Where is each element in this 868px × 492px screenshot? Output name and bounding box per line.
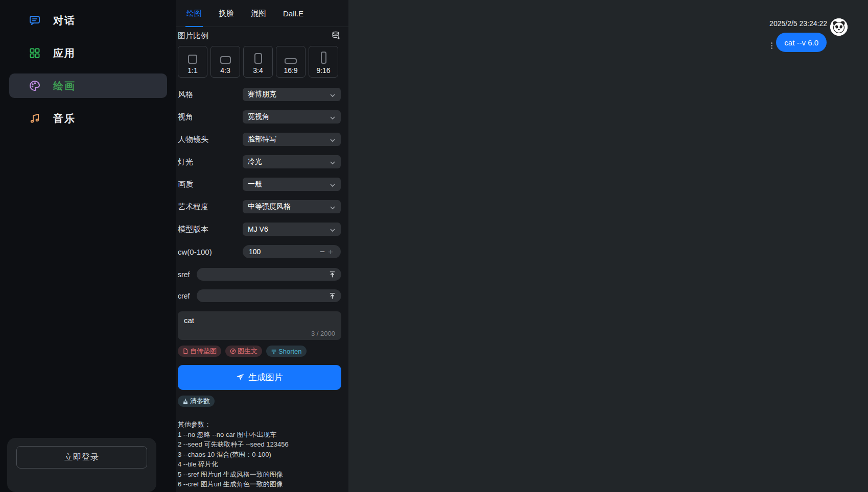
decrement-button[interactable]: − xyxy=(318,248,326,256)
sidebar-item-apps[interactable]: 应用 xyxy=(9,41,167,65)
paper-plane-icon xyxy=(236,373,245,382)
field-label: 艺术程度 xyxy=(178,202,243,212)
tag-label: 图生文 xyxy=(238,347,257,356)
tab-face-swap[interactable]: 换脸 xyxy=(219,0,234,27)
ratio-option-label: 16:9 xyxy=(284,66,297,75)
upload-icon[interactable] xyxy=(329,270,336,278)
artistry-select[interactable]: 中等强度风格 xyxy=(243,200,341,213)
upload-icon[interactable] xyxy=(329,292,336,300)
prompt-text: cat xyxy=(184,316,335,325)
field-label: 画质 xyxy=(178,180,243,189)
sidebar-item-label: 音乐 xyxy=(53,112,76,126)
help-line: 1 --no 忽略 --no car 图中不出现车 xyxy=(178,430,348,440)
cw-value[interactable]: 100 xyxy=(249,248,318,256)
field-label: 人物镜头 xyxy=(178,135,243,144)
select-value: MJ V6 xyxy=(248,225,268,233)
palette-icon xyxy=(29,80,41,92)
prompt-textarea[interactable]: cat 3 / 2000 xyxy=(178,311,341,340)
increment-button[interactable]: + xyxy=(326,248,335,256)
chevron-down-icon xyxy=(330,136,336,142)
chevron-down-icon xyxy=(330,159,336,165)
ratio-header: 图片比例 xyxy=(176,30,348,41)
ratio-option-16-9[interactable]: 16:9 xyxy=(276,46,306,78)
cw-stepper[interactable]: 100 − + xyxy=(243,245,341,258)
avatar[interactable] xyxy=(830,18,848,36)
broom-icon xyxy=(182,398,189,404)
settings-panel: 绘图 换脸 混图 Dall.E 图片比例 1:1 4:3 3:4 xyxy=(176,0,348,492)
ratio-option-1-1[interactable]: 1:1 xyxy=(178,46,207,78)
tab-dalle[interactable]: Dall.E xyxy=(283,0,303,27)
clear-label: 清参数 xyxy=(190,397,210,406)
sref-input[interactable] xyxy=(197,268,341,281)
chevron-down-icon xyxy=(330,114,336,120)
char-counter: 3 / 2000 xyxy=(311,330,335,337)
user-message-bubble[interactable]: cat --v 6.0 xyxy=(776,33,827,52)
shorten-icon xyxy=(271,348,277,354)
apps-grid-icon xyxy=(29,47,41,59)
field-cw: cw(0-100) 100 − + xyxy=(176,245,348,258)
field-label: 灯光 xyxy=(178,157,243,167)
ratio-shape-icon xyxy=(254,53,262,64)
clear-params-button[interactable]: 清参数 xyxy=(178,396,215,407)
sidebar: 对话 应用 绘画 音乐 立即登录 xyxy=(0,0,176,492)
model-version-select[interactable]: MJ V6 xyxy=(243,223,341,236)
ratio-option-label: 1:1 xyxy=(187,66,197,75)
login-button[interactable]: 立即登录 xyxy=(16,446,147,469)
select-value: 中等强度风格 xyxy=(248,202,291,211)
document-icon xyxy=(182,348,189,354)
select-value: 一般 xyxy=(248,180,262,189)
field-quality: 画质 一般 xyxy=(176,178,348,191)
message-options-icon[interactable] xyxy=(771,42,772,49)
field-label: 模型版本 xyxy=(178,225,243,234)
sidebar-item-chat[interactable]: 对话 xyxy=(9,8,167,33)
tag-row: 自传垫图 图生文 Shorten xyxy=(176,346,348,357)
view-angle-select[interactable]: 宽视角 xyxy=(243,110,341,124)
pen-circle-icon xyxy=(230,348,236,354)
music-note-icon xyxy=(29,112,41,125)
sidebar-item-music[interactable]: 音乐 xyxy=(9,106,167,131)
tag-image-to-text[interactable]: 图生文 xyxy=(225,346,262,357)
lighting-select[interactable]: 冷光 xyxy=(243,155,341,168)
field-artistry: 艺术程度 中等强度风格 xyxy=(176,200,348,213)
field-model-version: 模型版本 MJ V6 xyxy=(176,223,348,236)
help-line: 4 --tile 碎片化 xyxy=(178,459,348,470)
field-label: sref xyxy=(178,270,197,279)
sidebar-item-label: 对话 xyxy=(53,14,76,28)
ratio-option-4-3[interactable]: 4:3 xyxy=(210,46,240,78)
ratio-option-9-16[interactable]: 9:16 xyxy=(309,46,338,78)
field-character-shot: 人物镜头 脸部特写 xyxy=(176,133,348,146)
panda-avatar-icon xyxy=(830,18,848,36)
field-label: 风格 xyxy=(178,90,243,100)
tag-shorten[interactable]: Shorten xyxy=(266,346,307,357)
select-value: 冷光 xyxy=(248,157,262,166)
tab-blend[interactable]: 混图 xyxy=(251,0,266,27)
ratio-option-3-4[interactable]: 3:4 xyxy=(243,46,273,78)
field-label: cref xyxy=(178,292,197,300)
select-value: 宽视角 xyxy=(248,112,269,121)
generate-image-button[interactable]: 生成图片 xyxy=(178,365,341,390)
preset-database-icon[interactable] xyxy=(331,31,341,41)
tab-draw[interactable]: 绘图 xyxy=(186,0,202,27)
sidebar-item-label: 绘画 xyxy=(53,79,76,93)
field-view-angle: 视角 宽视角 xyxy=(176,110,348,124)
sidebar-item-drawing[interactable]: 绘画 xyxy=(9,73,167,98)
chat-area: 2025/2/5 23:24:22 cat --v 6.0 xyxy=(348,0,868,492)
character-shot-select[interactable]: 脸部特写 xyxy=(243,133,341,146)
help-line: 6 --cref 图片url 生成角色一致的图像 xyxy=(178,479,348,489)
cref-input[interactable] xyxy=(197,289,341,302)
help-title: 其他参数： xyxy=(178,420,348,430)
chevron-down-icon xyxy=(330,226,336,232)
field-style: 风格 赛博朋克 xyxy=(176,88,348,101)
field-lighting: 灯光 冷光 xyxy=(176,155,348,168)
ratio-shape-icon xyxy=(220,56,231,64)
chevron-down-icon xyxy=(330,181,336,187)
tabbar: 绘图 换脸 混图 Dall.E xyxy=(176,0,348,27)
style-select[interactable]: 赛博朋克 xyxy=(243,88,341,101)
quality-select[interactable]: 一般 xyxy=(243,178,341,191)
ratio-shape-icon xyxy=(285,58,297,64)
chevron-down-icon xyxy=(330,91,336,97)
message-timestamp: 2025/2/5 23:24:22 xyxy=(769,19,827,28)
help-line: 5 --sref 图片url 生成风格一致的图像 xyxy=(178,470,348,480)
select-value: 脸部特写 xyxy=(248,135,276,144)
tag-auto-pad-image[interactable]: 自传垫图 xyxy=(178,346,221,357)
